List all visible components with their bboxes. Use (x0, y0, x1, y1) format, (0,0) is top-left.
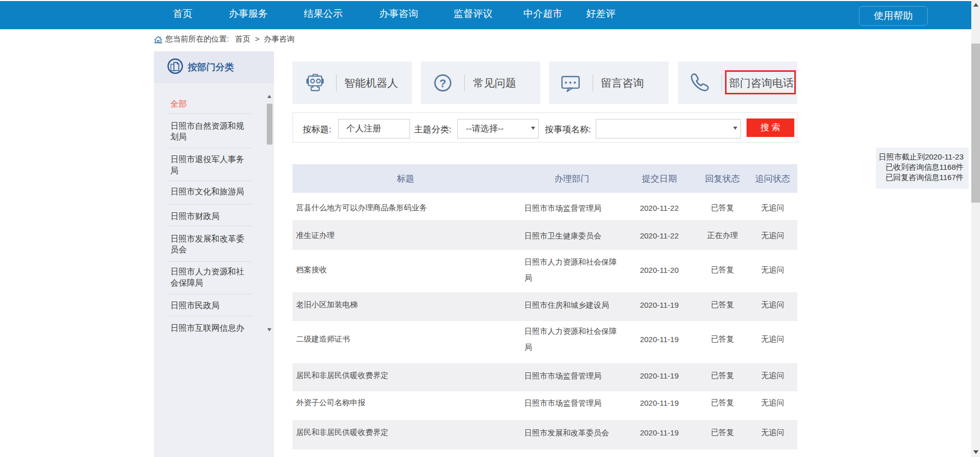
svg-text:?: ? (439, 76, 446, 89)
